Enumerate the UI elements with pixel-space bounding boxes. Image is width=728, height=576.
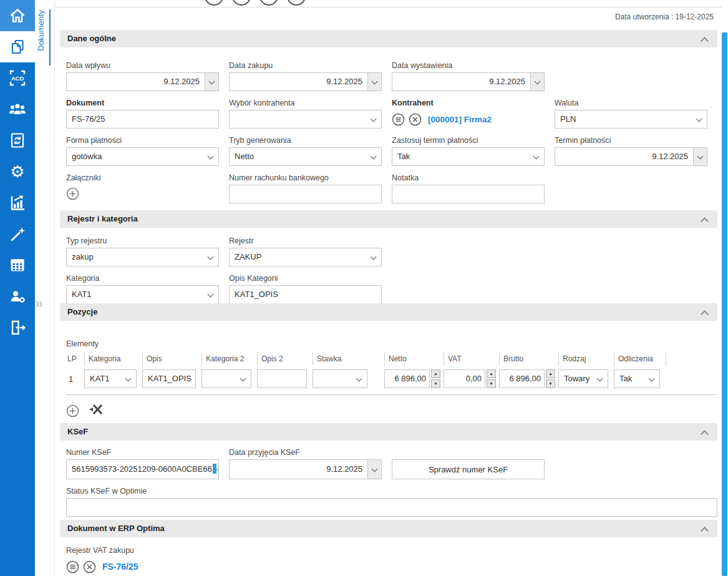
forma-platnosci-select[interactable]: gotówka (66, 147, 219, 166)
typ-rejestru-select[interactable]: zakup (66, 248, 219, 266)
data-zakupu-datepicker[interactable]: 9.12.2025 (229, 72, 382, 91)
row-kategoria-select[interactable]: KAT1 (84, 369, 137, 388)
zastosuj-termin-select[interactable]: Tak (392, 147, 545, 166)
section-header-rejestr[interactable]: Rejestr i kategoria (60, 210, 717, 228)
rejestr-vat-menu-icon[interactable] (66, 560, 79, 574)
chevron-down-icon (371, 254, 377, 260)
sidebar-item-document-exchange[interactable] (0, 125, 35, 156)
date-value: 9.12.2025 (555, 148, 693, 165)
collapse-chevron-icon[interactable] (701, 527, 709, 535)
row-stawka-select[interactable] (313, 369, 367, 388)
column-header-kategoria: Kategoria (84, 352, 140, 366)
top-divider (55, 7, 722, 7)
spinner-up-button[interactable]: ▲ (431, 369, 440, 378)
toolbar-button-4[interactable] (287, 0, 306, 6)
elementy-table: LP Kategoria Opis Kategoria 2 Opis 2 Sta… (66, 352, 717, 395)
calendar-dropdown-button[interactable] (530, 73, 544, 90)
spinner-up-button[interactable]: ▲ (546, 369, 555, 378)
toolbar-button-3[interactable] (260, 0, 278, 6)
section-header-dane-ogolne[interactable]: Dane ogólne (60, 30, 717, 47)
calendar-dropdown-button[interactable] (367, 460, 381, 479)
chevron-down-icon (697, 154, 704, 160)
spinner-down-button[interactable]: ▼ (546, 379, 555, 388)
add-element-icon[interactable] (66, 404, 79, 417)
kontrahent-clear-icon[interactable] (409, 113, 422, 126)
field-label: Numer rachunku bankowego (229, 173, 382, 183)
sidebar-item-documents[interactable] (0, 31, 35, 62)
kontrahent-link[interactable]: [000001] Firma2 (428, 115, 492, 124)
section-header-pozycje[interactable]: Pozycje (60, 303, 717, 321)
wybor-kontrahenta-select[interactable] (229, 110, 382, 129)
collapse-chevron-icon[interactable] (701, 430, 709, 438)
row-opis-input[interactable]: KAT1_OPIS (142, 369, 196, 388)
waluta-select[interactable]: PLN (555, 110, 707, 129)
sidebar-item-automation[interactable] (0, 218, 35, 250)
chevron-down-icon (240, 376, 246, 382)
vertical-scrollbar-thumb[interactable] (722, 32, 727, 576)
tryb-generowania-select[interactable]: Netto (229, 147, 382, 166)
calendar-dropdown-button[interactable] (693, 148, 707, 165)
section-header-ksef[interactable]: KSeF (60, 423, 717, 441)
expand-panel-chevron[interactable]: » (35, 295, 43, 312)
notatka-input[interactable] (392, 185, 545, 203)
calendar-dropdown-button[interactable] (367, 73, 381, 90)
field-forma-platnosci: Forma płatności gotówka (66, 136, 219, 166)
row-netto-spinner[interactable]: 6 896,00▲▼ (384, 369, 440, 388)
sidebar-item-reports[interactable] (0, 187, 35, 218)
chevron-down-icon (696, 116, 702, 122)
sidebar-item-home[interactable] (0, 0, 35, 31)
collapse-chevron-icon[interactable] (701, 217, 709, 225)
row-kategoria2-select[interactable] (201, 369, 251, 388)
field-data-przyjecia-ksef: Data przyjęcia KSeF 9.12.2025 (229, 448, 382, 479)
data-wystawienia-datepicker[interactable]: 9.12.2025 (392, 72, 545, 91)
toolbar-button-2[interactable] (232, 0, 251, 6)
sidebar-item-user-permissions[interactable] (0, 281, 35, 312)
add-attachment-icon[interactable] (66, 187, 79, 200)
sidebar-item-logout[interactable] (0, 312, 35, 343)
numer-rachunku-input[interactable] (229, 185, 382, 203)
row-opis2-input[interactable] (257, 369, 307, 388)
dokument-input[interactable]: FS-76/25 (66, 110, 219, 129)
spinner-down-button[interactable]: ▼ (431, 379, 440, 388)
opis-kategorii-input[interactable]: KAT1_OPIS (229, 285, 382, 304)
spinner-up-button[interactable]: ▲ (487, 369, 496, 378)
field-label: Data wpływu (66, 61, 219, 71)
status-ksef-input[interactable] (66, 498, 717, 517)
field-label: Data wystawienia (392, 61, 545, 71)
spinner-down-button[interactable]: ▼ (487, 379, 496, 388)
row-brutto-spinner[interactable]: 6 896,00▲▼ (499, 369, 555, 388)
rejestr-vat-document-link[interactable]: FS-76/25 (102, 562, 138, 572)
row-rodzaj-select[interactable]: Towary (558, 369, 608, 388)
sidebar-item-acd[interactable]: ACD (0, 62, 35, 94)
collapse-chevron-icon[interactable] (701, 310, 709, 318)
rejestr-vat-clear-icon[interactable] (83, 560, 96, 574)
sidebar-item-contractors[interactable] (0, 94, 35, 125)
toolbar-button-1[interactable] (205, 0, 223, 6)
field-numer-rachunku: Numer rachunku bankowego (229, 173, 382, 203)
input-scroll-marker[interactable] (213, 464, 216, 474)
tab-dokumenty[interactable]: Dokumenty (36, 10, 46, 51)
field-label: Forma płatności (66, 136, 219, 146)
data-wplywu-datepicker[interactable]: 9.12.2025 (66, 72, 219, 91)
section-header-erp-optima[interactable]: Dokument w ERP Optima (60, 520, 717, 537)
field-label: Załączniki (66, 173, 219, 183)
rejestr-select[interactable]: ZAKUP (229, 248, 382, 266)
chevron-down-icon (208, 291, 214, 298)
field-waluta: Waluta PLN (555, 99, 707, 129)
row-vat-spinner[interactable]: 0,00▲▼ (444, 369, 496, 388)
kontrahent-menu-icon[interactable] (392, 113, 405, 126)
check-ksef-button[interactable]: Sprawdź numer KSeF (392, 459, 545, 479)
column-header-vat: VAT (444, 352, 497, 366)
sidebar-item-calendar[interactable] (0, 250, 35, 281)
row-odliczenia-select[interactable]: Tak (614, 369, 660, 388)
section-pozycje: Pozycje Elementy LP Kategoria Opis Kateg… (60, 303, 717, 419)
field-label: Waluta (555, 99, 707, 109)
termin-platnosci-datepicker[interactable]: 9.12.2025 (555, 147, 707, 166)
data-przyjecia-datepicker[interactable]: 9.12.2025 (229, 459, 382, 479)
kategoria-select[interactable]: KAT1 (66, 285, 219, 304)
numer-ksef-input[interactable]: 5615993573-20251209-0600A0CBE661- (66, 459, 219, 479)
remove-elements-icon[interactable] (88, 403, 103, 419)
collapse-chevron-icon[interactable] (701, 37, 709, 45)
sidebar-item-settings[interactable]: ⚙ (0, 156, 35, 187)
calendar-dropdown-button[interactable] (205, 73, 218, 90)
